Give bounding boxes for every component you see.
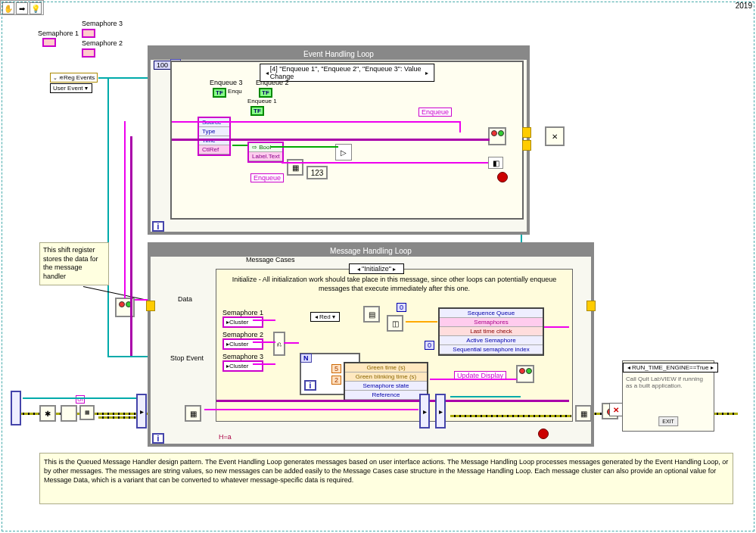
sub-vi-b[interactable] bbox=[61, 405, 77, 422]
wire bbox=[430, 379, 517, 380]
light-tool-icon[interactable]: 💡 bbox=[30, 2, 42, 14]
msg-loop-title: Message Handling Loop bbox=[151, 245, 591, 257]
ui-const[interactable]: UI bbox=[76, 395, 85, 404]
reg-events-label: Reg Events bbox=[64, 74, 95, 81]
init-comment: Initialize - All initialization work sho… bbox=[232, 276, 557, 293]
event-loop-title: Event Handling Loop bbox=[151, 48, 527, 60]
wire bbox=[124, 121, 126, 298]
prev-case-icon[interactable]: ◂ bbox=[357, 266, 360, 273]
sub-vi-a[interactable]: ✱ bbox=[39, 405, 56, 422]
sub-vi-d[interactable]: ▦ bbox=[575, 405, 592, 422]
description-box: This is the Queued Message Handler desig… bbox=[39, 453, 733, 504]
red-ring[interactable]: ◂Red▾ bbox=[310, 312, 340, 322]
sem1-terminal[interactable] bbox=[42, 38, 56, 47]
prev-case-icon[interactable]: ◂ bbox=[266, 70, 269, 76]
green-time: Green time (s) bbox=[345, 363, 427, 372]
build-array[interactable]: ⎌ bbox=[273, 332, 285, 356]
sem1-cluster[interactable]: Semaphore 1 ▸Cluster bbox=[222, 309, 263, 328]
wire bbox=[406, 321, 437, 323]
x-icon[interactable]: ✕ bbox=[609, 403, 623, 416]
exit-vi[interactable]: EXIT bbox=[658, 416, 678, 426]
event-handling-loop: Event Handling Loop 100 ⌛ ◂ [4] "Enqueue… bbox=[148, 45, 530, 235]
prop-bool: Bool bbox=[259, 144, 271, 151]
enqueue-vi-2[interactable] bbox=[516, 365, 534, 383]
const-0a[interactable]: 0 bbox=[397, 303, 406, 312]
wire bbox=[98, 416, 136, 419]
close-ref-vi[interactable]: ✕ bbox=[545, 126, 565, 146]
enq1-label-inline: Enqu bbox=[228, 88, 242, 95]
const-0b[interactable]: 0 bbox=[425, 341, 434, 350]
enq1-tf[interactable]: TF bbox=[250, 106, 264, 116]
shift-note-text: This shift register stores the data for … bbox=[43, 246, 98, 280]
prop-label-text: Label.Text bbox=[249, 152, 282, 161]
hand-tool-icon[interactable]: ✋ bbox=[2, 2, 14, 14]
msg-iter: i bbox=[152, 433, 164, 444]
property-node[interactable]: ⇨ Bool Label.Text bbox=[247, 142, 284, 163]
next-case-icon[interactable]: ▸ bbox=[393, 266, 396, 273]
sub-vi-2[interactable]: ◫ bbox=[387, 315, 403, 332]
search-1d-vi[interactable]: 123 bbox=[306, 166, 328, 179]
event-structure: ◂ [4] "Enqueue 1", "Enqueue 2", "Enqueue… bbox=[170, 61, 524, 220]
const-2[interactable]: 2 bbox=[331, 376, 341, 385]
shift-register[interactable] bbox=[586, 301, 596, 311]
queue-vi[interactable]: ▤ bbox=[363, 306, 380, 323]
semaphore-bundle[interactable]: Green time (s) Green blinking time (s) S… bbox=[344, 362, 428, 401]
sem3-terminal[interactable] bbox=[82, 29, 95, 38]
cases-label: Message Cases bbox=[246, 256, 295, 263]
bundle-node-left[interactable] bbox=[11, 391, 21, 425]
timeout-const[interactable]: 100 bbox=[154, 61, 171, 70]
user-event-label: User Event bbox=[53, 85, 83, 92]
unbundle-source: Source bbox=[199, 118, 229, 127]
enq3-tf[interactable]: TF bbox=[213, 88, 226, 98]
runtime-selector[interactable]: ◂RUN_TIME_ENGINE==True▸ bbox=[623, 363, 718, 372]
sem2-terminal[interactable] bbox=[82, 48, 95, 58]
enqueue-vi[interactable] bbox=[488, 127, 506, 145]
cluster-lbl: Cluster bbox=[229, 319, 248, 326]
bundle-right2[interactable]: ▸ bbox=[435, 394, 446, 429]
enqueue-const[interactable]: Enqueue bbox=[250, 173, 284, 182]
ui-vi[interactable]: ▦ bbox=[79, 405, 95, 420]
reg-events[interactable]: ⌄ ≋ Reg Events bbox=[50, 73, 98, 83]
stop-terminal[interactable] bbox=[538, 429, 549, 439]
wire bbox=[232, 145, 247, 146]
wire bbox=[172, 139, 490, 141]
shift-register[interactable] bbox=[522, 127, 531, 138]
shift-register[interactable] bbox=[522, 140, 531, 151]
sem1-label: Semaphore 1 bbox=[38, 30, 79, 37]
variant-node[interactable]: ◧ bbox=[488, 157, 503, 169]
enqueue-const2[interactable]: Enqueue bbox=[418, 108, 452, 117]
arrow-tool-icon[interactable]: ➡ bbox=[16, 2, 28, 14]
const-5[interactable]: 5 bbox=[331, 364, 341, 373]
wire bbox=[172, 121, 459, 123]
active-sem: Active Semaphore bbox=[440, 336, 543, 345]
last-time: Last time check bbox=[440, 327, 543, 336]
wire bbox=[130, 136, 132, 356]
wire bbox=[253, 341, 275, 343]
data-bundle[interactable]: Sequence Queue Semaphores Last time chec… bbox=[438, 307, 544, 356]
sub-vi-c[interactable]: ▦ bbox=[185, 405, 201, 422]
case-selector[interactable]: ◂ "Initialize" ▸ bbox=[349, 263, 404, 274]
case-structure: ◂ "Initialize" ▸ Initialize - All initia… bbox=[216, 269, 573, 422]
enq2-tf[interactable]: TF bbox=[259, 88, 272, 98]
user-event[interactable]: User Event▾ bbox=[50, 83, 92, 93]
wire bbox=[270, 146, 338, 148]
next-case-icon[interactable]: ▸ bbox=[425, 70, 428, 76]
shift-register[interactable] bbox=[146, 301, 155, 311]
bundle-right[interactable]: ▸ bbox=[419, 394, 430, 429]
seq-index: Sequential semaphore index bbox=[440, 345, 543, 354]
stop-terminal[interactable] bbox=[497, 172, 508, 182]
description-text: This is the Queued Message Handler desig… bbox=[44, 458, 728, 484]
wire bbox=[450, 415, 571, 417]
sem2-cluster[interactable]: Semaphore 2 ▸Cluster bbox=[222, 331, 263, 350]
semaphores: Semaphores bbox=[440, 318, 543, 327]
shift-reg-note: This shift register stores the data for … bbox=[39, 242, 109, 285]
sem3-cluster[interactable]: Semaphore 3 ▸Cluster bbox=[222, 353, 263, 372]
wire bbox=[107, 77, 109, 357]
iter-terminal: i bbox=[152, 221, 164, 232]
wire bbox=[544, 326, 569, 328]
unbundle-ctlref: CtlRef bbox=[199, 145, 229, 154]
event-case-label: [4] "Enqueue 1", "Enqueue 2", "Enqueue 3… bbox=[270, 65, 425, 80]
case-label: "Initialize" bbox=[362, 265, 391, 273]
cluster-lbl: Cluster bbox=[229, 341, 248, 348]
bundle-left2[interactable]: ▸ bbox=[136, 394, 147, 429]
